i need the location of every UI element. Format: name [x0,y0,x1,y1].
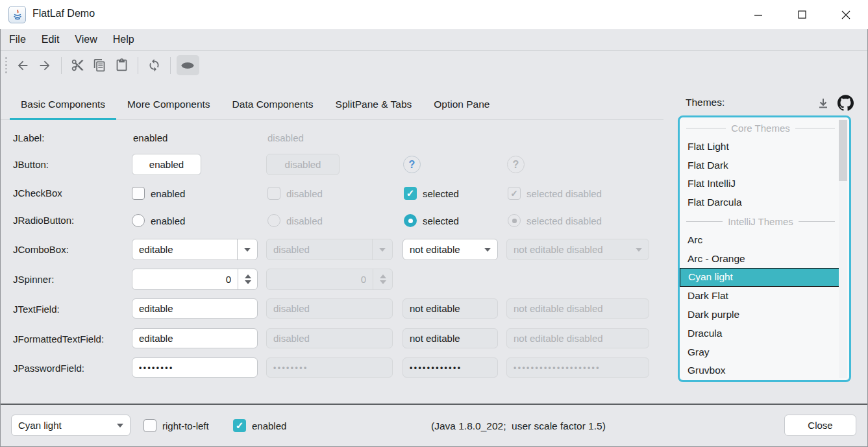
window-title: FlatLaf Demo [32,8,95,19]
checkbox-box[interactable] [132,187,145,200]
jradiobutton-row-label: JRadioButton: [13,215,74,226]
menu-edit[interactable]: Edit [34,29,68,50]
chevron-down-icon [245,280,251,284]
toolbar-grip-handle[interactable] [5,57,7,73]
theme-selector-combobox[interactable]: Cyan light [11,415,130,436]
spinner-input[interactable] [132,269,238,289]
forward-button[interactable] [35,56,55,75]
theme-group-separator: Core Themes [680,119,840,138]
toolbar [1,50,867,80]
radio-selected-disabled: selected disabled [508,214,602,227]
jbutton-disabled: disabled [266,154,340,175]
combobox-dropdown-button[interactable] [110,415,130,435]
right-to-left-checkbox[interactable]: right-to-left [143,419,209,432]
minimize-button[interactable] [743,0,773,29]
show-toggle-button[interactable] [177,55,199,75]
jformattedtextfield-row-label: JFormattedTextField: [13,333,104,344]
title-bar: FlatLaf Demo [0,0,868,29]
theme-item-arc-orange[interactable]: Arc - Orange [680,250,840,269]
jspinner-row-label: JSpinner: [13,274,54,285]
themes-scrollbar[interactable] [839,119,847,378]
arrow-right-icon [38,58,52,73]
combobox-dropdown-button[interactable] [478,239,497,260]
tab-option-pane[interactable]: Option Pane [423,91,501,119]
textfield-editable[interactable] [132,298,258,319]
close-button[interactable]: Close [784,415,856,436]
refresh-icon [147,58,161,72]
menu-view[interactable]: View [67,29,105,50]
checkbox-disabled: disabled [267,187,323,200]
question-mark-icon: ? [513,159,519,171]
theme-item-flat-darcula[interactable]: Flat Darcula [680,193,840,212]
close-window-button[interactable] [831,0,861,29]
download-themes-button[interactable] [815,95,831,111]
theme-item-gray[interactable]: Gray [680,343,840,362]
checkbox-selected[interactable]: selected [404,187,459,200]
passwordfield-editable[interactable] [132,357,258,378]
passwordfield-disabled [266,357,393,378]
menu-bar: File Edit View Help [1,29,867,50]
tab-splitpane-tabs[interactable]: SplitPane & Tabs [325,91,423,119]
theme-item-dracula[interactable]: Dracula [680,324,840,343]
themes-label: Themes: [686,97,725,108]
checkbox-box-checked[interactable] [233,419,246,432]
formattedtextfield-not-editable[interactable] [403,328,498,348]
app-window: FlatLaf Demo File Edit View Help [0,0,868,447]
textfield-not-editable[interactable] [403,298,498,319]
tab-basic-components[interactable]: Basic Components [10,91,116,119]
chevron-up-icon [245,274,251,278]
theme-item-flat-intellij[interactable]: Flat IntelliJ [680,175,840,193]
theme-item-dark-purple[interactable]: Dark purple [680,306,840,324]
github-icon [837,95,854,111]
copy-button[interactable] [90,56,110,75]
github-button[interactable] [836,93,854,112]
jpasswordfield-row-label: JPasswordField: [13,363,84,374]
chevron-down-icon [244,248,251,252]
combobox-not-editable[interactable]: not editable [403,239,498,260]
theme-item-dark-flat[interactable]: Dark Flat [680,287,840,306]
spinner-buttons[interactable] [238,269,257,289]
theme-item-cyan-light[interactable]: Cyan light [680,268,840,287]
cut-button[interactable] [68,56,88,75]
paste-button[interactable] [112,56,132,75]
spinner-enabled[interactable] [132,269,258,290]
radio-circle[interactable] [132,214,145,227]
refresh-button[interactable] [144,56,164,75]
jbutton-enabled[interactable]: enabled [132,154,201,175]
combobox-editable[interactable]: editable [132,239,258,260]
checkbox-box[interactable] [143,419,156,432]
radio-selected[interactable]: selected [404,214,459,227]
passwordfield-not-editable-disabled [506,357,649,378]
spinner-input [267,269,373,289]
chevron-down-icon [636,248,642,252]
jlabel-disabled: disabled [267,132,304,143]
theme-item-gruvbox[interactable]: Gruvbox [680,361,840,380]
tab-data-components[interactable]: Data Components [221,91,325,119]
jbutton-help[interactable]: ? [403,156,421,173]
themes-scrollbar-thumb[interactable] [839,120,847,181]
maximize-button[interactable] [787,0,817,29]
spinner-buttons [373,269,392,289]
bottom-bar: Cyan light right-to-left enabled (Java 1… [1,404,867,447]
menu-help[interactable]: Help [105,29,142,50]
combobox-dropdown-button [629,239,649,260]
download-icon [817,97,830,110]
theme-item-flat-dark[interactable]: Flat Dark [680,156,840,175]
formattedtextfield-disabled [266,328,393,348]
checkbox-selected-disabled: selected disabled [508,187,602,200]
passwordfield-not-editable[interactable] [403,357,498,378]
tab-more-components[interactable]: More Components [116,91,221,119]
radio-enabled[interactable]: enabled [132,214,185,227]
formattedtextfield-editable[interactable] [132,328,258,348]
checkbox-enabled[interactable]: enabled [132,187,185,200]
enabled-checkbox[interactable]: enabled [233,419,286,432]
theme-item-flat-light[interactable]: Flat Light [680,138,840,156]
checkbox-box-checked[interactable] [404,187,417,200]
radio-circle-selected[interactable] [404,214,417,227]
spinner-disabled [266,269,393,290]
status-text: (Java 1.8.0_202; user scale factor 1.5) [431,420,606,432]
menu-file[interactable]: File [1,29,34,50]
combobox-dropdown-button[interactable] [237,239,257,260]
back-button[interactable] [13,56,33,75]
theme-item-arc[interactable]: Arc [680,231,840,250]
